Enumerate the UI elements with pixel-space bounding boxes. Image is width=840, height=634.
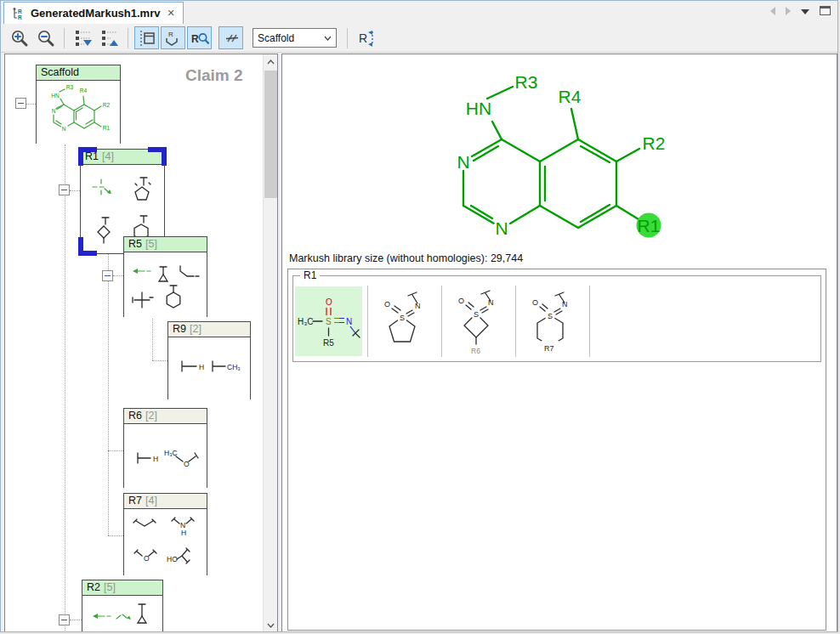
markush-editor-window: R R GeneratedMarkush1.mrv ✕ — [0, 0, 838, 632]
view-mode-select[interactable]: Scaffold — [253, 28, 337, 48]
scroll-tabs-right-icon[interactable] — [786, 7, 791, 15]
node-body — [124, 252, 207, 317]
zoom-out-icon — [36, 28, 56, 48]
member-structure: S O N — [369, 286, 436, 356]
scaffold-thumbnail: N N HN R3 R4 R2 R1 — [37, 81, 119, 144]
hide-homologies-toggle[interactable] — [219, 26, 243, 49]
member-structure: S O N R6 — [443, 286, 510, 356]
expander-r1[interactable] — [59, 184, 70, 195]
tree-connector — [108, 450, 123, 451]
tab-generated-markush[interactable]: R R GeneratedMarkush1.mrv ✕ — [3, 2, 184, 24]
svg-text:R5: R5 — [323, 338, 334, 348]
node-body: H CH₃ — [168, 337, 250, 399]
node-label: R2 — [87, 581, 100, 593]
expander-r5[interactable] — [102, 270, 113, 281]
svg-text:H: H — [199, 363, 204, 371]
r1-members-group: R1 H₃C O — [292, 275, 821, 362]
scroll-tabs-left-icon[interactable] — [770, 7, 775, 15]
zoom-in-icon — [9, 28, 30, 48]
expander-r2[interactable] — [59, 614, 70, 626]
scaffold-structure-canvas[interactable]: N N HN R3 R4 R2 R1 — [282, 54, 837, 258]
selection-corner — [148, 147, 167, 166]
tab-close-icon[interactable]: ✕ — [167, 8, 174, 19]
expand-all-icon — [73, 29, 94, 48]
node-label: R6 — [128, 410, 142, 422]
expand-all-button[interactable] — [71, 26, 95, 49]
scrollbar-thumb[interactable] — [264, 71, 277, 198]
svg-text:R1: R1 — [638, 216, 661, 235]
svg-text:O: O — [184, 460, 190, 468]
svg-text:R6: R6 — [471, 347, 480, 355]
maximize-icon[interactable] — [820, 6, 831, 15]
tree-node-r7[interactable]: R7[4] N H O HO — [123, 493, 207, 575]
svg-text:O: O — [326, 297, 332, 307]
show-rgroup-structures-toggle[interactable]: R — [161, 26, 185, 49]
collapse-all-icon — [99, 29, 120, 48]
tab-list-dropdown-icon[interactable] — [801, 9, 809, 14]
tree-connector — [26, 104, 36, 105]
svg-text:H₃C: H₃C — [298, 317, 314, 326]
tree-node-r6[interactable]: R6[2] H H₃C O — [123, 408, 207, 488]
node-header: Scaffold — [37, 65, 120, 81]
rgroup-query-toggle[interactable]: R — [187, 26, 212, 49]
show-tree-panel-toggle[interactable] — [134, 26, 159, 49]
svg-text:O: O — [532, 298, 538, 307]
tree-node-r2[interactable]: R2[5] — [82, 580, 163, 632]
node-label: R7 — [128, 495, 142, 507]
svg-text:H: H — [181, 529, 186, 537]
claim-label: Claim 2 — [185, 66, 243, 85]
tree-node-r5[interactable]: R5[5] — [123, 236, 207, 317]
svg-text:R: R — [18, 8, 22, 14]
node-label: R5 — [128, 238, 142, 250]
group-label: R1 — [300, 269, 320, 281]
tree-connector — [65, 144, 65, 632]
svg-text:R4: R4 — [80, 88, 88, 93]
svg-text:HN: HN — [51, 93, 60, 99]
tree-panel-icon — [137, 29, 157, 48]
homology-slash-icon — [222, 29, 241, 48]
svg-text:R1: R1 — [103, 125, 111, 131]
svg-text:R2: R2 — [643, 133, 666, 153]
expander-scaffold[interactable] — [15, 98, 26, 109]
toolbar: R R Scaffold R — [1, 24, 837, 53]
enumerate-rgroup-button[interactable]: R — [354, 26, 383, 49]
members-row: H₃C O S N R5 — [294, 286, 590, 357]
scrollbar-up-button[interactable] — [264, 54, 278, 69]
svg-text:O: O — [458, 297, 464, 305]
svg-text:N: N — [346, 317, 352, 326]
svg-text:R: R — [191, 33, 199, 45]
tree-node-scaffold[interactable]: Scaffold N N HN R3 R4 R2 R1 — [36, 65, 121, 144]
r1-member-2[interactable]: S O N — [368, 286, 442, 357]
zoom-out-button[interactable] — [33, 26, 58, 49]
tree-connector — [108, 535, 123, 536]
rgroup-members-panel: R1 H₃C O — [287, 269, 826, 631]
svg-text:R3: R3 — [66, 84, 74, 90]
node-body: H H₃C O — [124, 424, 207, 488]
r2-members-thumbnail — [82, 596, 162, 632]
toolbar-separator — [128, 28, 128, 48]
svg-text:S: S — [326, 317, 332, 326]
scrollbar-down-button[interactable] — [264, 618, 278, 632]
node-header: R5[5] — [124, 237, 207, 252]
node-count: [5] — [104, 581, 116, 593]
r1-member-4[interactable]: S O N R7 — [516, 286, 590, 357]
enumerate-rgroup-icon: R — [356, 29, 380, 48]
tree-node-r9[interactable]: R9[2] H CH₃ — [167, 321, 251, 399]
svg-text:N: N — [495, 218, 508, 238]
collapse-all-button[interactable] — [97, 26, 122, 49]
r1-member-1[interactable]: H₃C O S N R5 — [294, 286, 368, 357]
rgroup-structure-icon: R — [163, 29, 184, 48]
svg-text:R: R — [18, 14, 22, 20]
r9-members-thumbnail: H CH₃ — [168, 337, 250, 399]
member-structure: S O N R7 — [517, 286, 584, 356]
tree-connector — [152, 319, 153, 360]
selection-corner — [78, 237, 97, 256]
tree-scrollbar[interactable] — [263, 54, 277, 632]
node-count: [5] — [145, 238, 157, 250]
svg-text:R3: R3 — [515, 72, 538, 92]
node-header: R6[2] — [124, 409, 207, 424]
svg-text:N: N — [457, 152, 469, 172]
zoom-in-button[interactable] — [7, 26, 31, 49]
svg-text:CH₃: CH₃ — [227, 363, 241, 371]
r1-member-3[interactable]: S O N R6 — [442, 286, 516, 357]
